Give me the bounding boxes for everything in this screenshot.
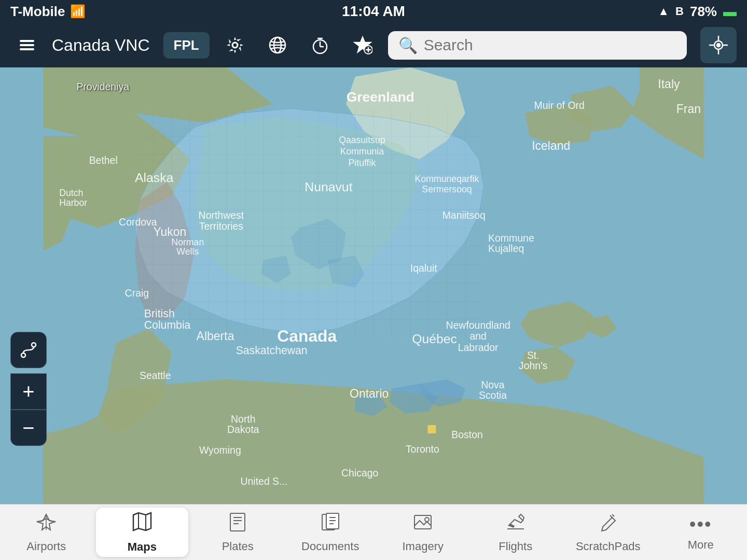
- tab-airports[interactable]: Airports: [0, 505, 93, 560]
- svg-text:Chicago: Chicago: [341, 467, 378, 479]
- carrier-label: T-Mobile: [10, 4, 65, 20]
- plates-label: Plates: [222, 540, 254, 553]
- status-bar: T-Mobile 📶 11:04 AM ▲ B 78% ▬: [0, 0, 747, 23]
- scratchpads-label: ScratchPads: [576, 540, 641, 553]
- svg-text:Iceland: Iceland: [532, 139, 570, 152]
- globe-button[interactable]: [260, 31, 295, 59]
- svg-text:Craig: Craig: [125, 287, 149, 299]
- maps-label: Maps: [128, 540, 157, 554]
- search-box[interactable]: 🔍: [388, 31, 687, 60]
- svg-text:Seattle: Seattle: [140, 370, 171, 381]
- battery-icon: ▬: [723, 4, 737, 20]
- tab-flights[interactable]: Flights: [469, 505, 562, 560]
- svg-text:Pituffik: Pituffik: [349, 158, 376, 168]
- maps-icon: [131, 511, 153, 537]
- imagery-icon: [412, 511, 433, 537]
- tab-scratchpads[interactable]: ScratchPads: [562, 505, 655, 560]
- svg-text:Scotia: Scotia: [479, 389, 507, 401]
- battery-percent: 78%: [690, 4, 717, 20]
- flights-label: Flights: [499, 540, 532, 553]
- svg-text:Newfoundland: Newfoundland: [446, 319, 510, 331]
- locate-button[interactable]: [700, 27, 737, 63]
- tab-maps[interactable]: Maps: [96, 508, 189, 557]
- svg-text:Nunavut: Nunavut: [305, 180, 352, 194]
- documents-label: Documents: [301, 540, 359, 553]
- svg-text:Ontario: Ontario: [350, 387, 389, 400]
- favorites-button[interactable]: [345, 31, 380, 59]
- search-input[interactable]: [424, 36, 676, 54]
- svg-point-103: [32, 343, 36, 347]
- settings-button[interactable]: [218, 31, 252, 59]
- svg-text:Alberta: Alberta: [197, 329, 234, 343]
- scratchpads-icon: [598, 511, 618, 537]
- svg-line-120: [612, 514, 614, 516]
- svg-text:Kommuneqarfik: Kommuneqarfik: [415, 174, 479, 184]
- svg-text:Saskatchewan: Saskatchewan: [236, 344, 308, 356]
- svg-text:St.: St.: [527, 349, 540, 361]
- svg-text:Maniitsoq: Maniitsoq: [442, 209, 486, 221]
- flights-icon: [505, 511, 526, 537]
- svg-text:Québec: Québec: [412, 332, 457, 346]
- fpl-button[interactable]: FPL: [163, 32, 210, 59]
- tab-bar: Airports Maps Plates: [0, 504, 747, 560]
- bluetooth-b-icon: B: [675, 5, 684, 18]
- svg-point-102: [21, 353, 25, 357]
- map-title: Canada VNC: [52, 36, 150, 55]
- bluetooth-icon: ▲: [658, 5, 669, 18]
- svg-text:Wells: Wells: [176, 246, 199, 257]
- svg-text:Dutch: Dutch: [59, 188, 83, 198]
- svg-text:Columbia: Columbia: [144, 319, 191, 331]
- svg-text:Wyoming: Wyoming: [199, 444, 241, 456]
- svg-text:Alaska: Alaska: [135, 171, 174, 185]
- svg-rect-107: [230, 513, 245, 531]
- zoom-in-button[interactable]: +: [10, 373, 47, 410]
- svg-text:Canada: Canada: [277, 327, 337, 345]
- svg-text:Territories: Territories: [199, 220, 244, 232]
- airports-icon: [36, 511, 57, 537]
- svg-text:John's: John's: [519, 360, 548, 371]
- layers-button[interactable]: [10, 32, 44, 59]
- toolbar: Canada VNC FPL: [0, 23, 747, 67]
- svg-rect-52: [427, 425, 436, 433]
- more-icon: •••: [689, 513, 712, 535]
- svg-text:Greenland: Greenland: [347, 89, 414, 105]
- svg-text:United S...: United S...: [241, 475, 288, 487]
- wifi-icon: 📶: [70, 4, 86, 19]
- svg-rect-116: [414, 515, 431, 529]
- svg-text:Kommunia: Kommunia: [340, 146, 384, 157]
- svg-text:Qaasuitsup: Qaasuitsup: [339, 135, 385, 145]
- documents-icon: [320, 511, 341, 537]
- plates-icon: [227, 511, 248, 537]
- status-left: T-Mobile 📶: [10, 4, 86, 20]
- svg-line-119: [610, 515, 612, 517]
- zoom-out-button[interactable]: −: [10, 410, 47, 446]
- svg-text:and: and: [469, 330, 486, 342]
- tab-more[interactable]: ••• More: [655, 505, 748, 560]
- svg-text:Toronto: Toronto: [406, 443, 439, 455]
- svg-text:Sermersooq: Sermersooq: [422, 184, 472, 194]
- map-svg: Provideniya Greenland Italy Fran Muir of…: [0, 67, 747, 504]
- svg-text:Cordova: Cordova: [119, 216, 157, 228]
- status-time: 11:04 AM: [342, 3, 405, 20]
- svg-text:British: British: [144, 307, 175, 319]
- search-icon: 🔍: [398, 36, 418, 54]
- tab-imagery[interactable]: Imagery: [377, 505, 469, 560]
- more-label: More: [688, 538, 714, 552]
- timer-button[interactable]: [303, 31, 337, 59]
- svg-text:Fran: Fran: [676, 102, 701, 116]
- svg-text:Boston: Boston: [451, 429, 483, 440]
- svg-text:Harbor: Harbor: [59, 198, 87, 208]
- svg-point-21: [717, 44, 720, 47]
- route-button[interactable]: [10, 332, 47, 368]
- svg-text:Italy: Italy: [658, 77, 680, 91]
- svg-text:Kujalleq: Kujalleq: [488, 243, 524, 254]
- svg-text:Muir of Ord: Muir of Ord: [534, 100, 585, 111]
- tab-plates[interactable]: Plates: [191, 505, 284, 560]
- svg-text:Provideniya: Provideniya: [76, 81, 129, 92]
- svg-text:Labrador: Labrador: [458, 342, 499, 353]
- tab-documents[interactable]: Documents: [284, 505, 377, 560]
- map-area[interactable]: Provideniya Greenland Italy Fran Muir of…: [0, 67, 747, 504]
- map-controls: + −: [10, 332, 47, 446]
- svg-text:Dakota: Dakota: [227, 424, 259, 435]
- imagery-label: Imagery: [403, 540, 444, 553]
